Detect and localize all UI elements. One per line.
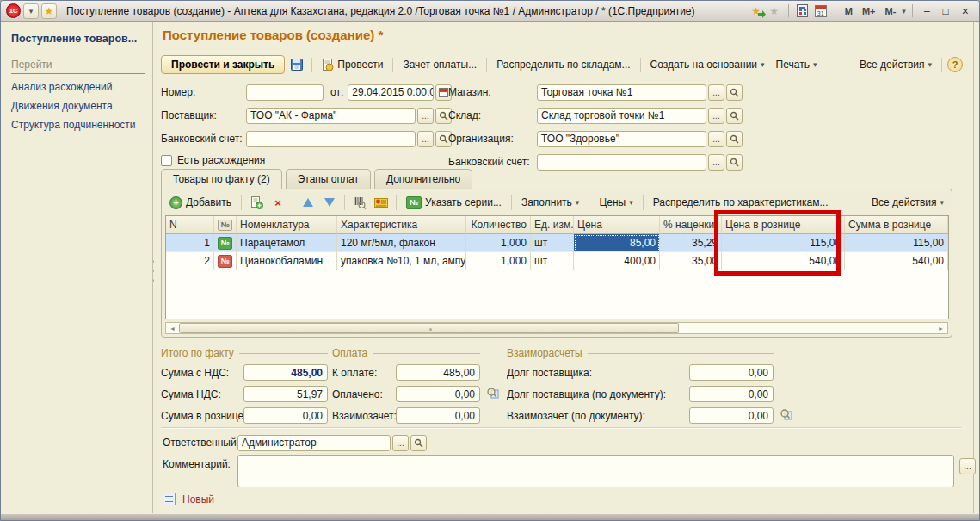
cell-price-selected[interactable]: 85,00: [574, 234, 660, 252]
offset-value[interactable]: 0,00: [396, 407, 480, 424]
tab-additional[interactable]: Дополнительно: [374, 169, 472, 189]
table-row[interactable]: 1 № Парацетамол 120 мг/5мл, флакон 1,000…: [166, 234, 948, 252]
header-quantity[interactable]: Количество: [466, 216, 531, 234]
header-unit[interactable]: Ед. изм.: [531, 216, 574, 234]
warehouse-select-button[interactable]: ...: [708, 108, 724, 124]
number-input[interactable]: [246, 84, 324, 101]
offset-doc-value[interactable]: 0,00: [689, 407, 774, 424]
prices-button[interactable]: Цены ▾: [595, 194, 637, 211]
cell-retail-sum[interactable]: 115,00: [845, 234, 948, 252]
maximize-button[interactable]: □: [938, 5, 954, 17]
delete-row-button[interactable]: ×: [268, 194, 287, 211]
distribute-characteristics-button[interactable]: Распределить по характеристикам...: [649, 194, 833, 211]
header-n[interactable]: N: [166, 216, 214, 234]
move-down-button[interactable]: [320, 194, 339, 211]
header-nomenclature[interactable]: Номенклатура: [237, 216, 337, 234]
retail-sum-value[interactable]: 0,00: [243, 407, 328, 424]
all-actions-button[interactable]: Все действия ▾: [855, 56, 936, 73]
cell-retail-price[interactable]: 540,00: [722, 252, 845, 270]
create-based-on-button[interactable]: Создать на основании ▾: [646, 56, 769, 73]
cell-markup[interactable]: 35,00: [660, 252, 722, 270]
bank-account2-input[interactable]: [537, 154, 706, 171]
memory-minus-button[interactable]: M-: [882, 6, 900, 16]
move-up-button[interactable]: [299, 194, 317, 211]
distribute-warehouses-button[interactable]: Распределить по складам...: [492, 56, 634, 73]
sidebar-link-document-movements[interactable]: Движения документа: [11, 100, 145, 112]
cell-quantity[interactable]: 1,000: [466, 234, 531, 252]
header-markup[interactable]: % наценки: [660, 216, 722, 234]
cell-markup[interactable]: 35,29: [660, 234, 722, 252]
bank-account-select-button[interactable]: ...: [417, 131, 434, 147]
responsible-input[interactable]: Администратор: [237, 435, 391, 451]
scroll-right-icon[interactable]: ►: [934, 323, 947, 333]
store-input[interactable]: Торговая точка №1: [537, 84, 706, 101]
add-to-favorites-button[interactable]: ★: [749, 3, 764, 19]
paid-value[interactable]: 0,00: [396, 386, 480, 402]
barcode-scan-button[interactable]: [350, 194, 369, 211]
comment-expand-button[interactable]: ...: [959, 458, 976, 474]
bank-account-input[interactable]: [246, 131, 416, 147]
warehouse-search-button[interactable]: [726, 108, 743, 124]
organization-input[interactable]: ТОО "Здоровье": [537, 131, 706, 147]
titlebar-more-button[interactable]: ▾: [902, 7, 906, 16]
table-row[interactable]: 2 № Цианокобаламин упаковка №10, 1 мл, а…: [166, 252, 948, 270]
add-row-button[interactable]: + Добавить: [165, 194, 236, 212]
cell-n[interactable]: 1: [166, 234, 214, 252]
bank-account2-search-button[interactable]: [726, 154, 743, 171]
cell-nomenclature[interactable]: Цианокобаламин: [237, 252, 337, 270]
table-all-actions-button[interactable]: Все действия ▾: [867, 194, 948, 211]
supplier-debt-value[interactable]: 0,00: [689, 364, 774, 381]
table-hscrollbar[interactable]: ◄ ►: [165, 322, 948, 334]
calendar-button[interactable]: 31: [813, 3, 829, 19]
cell-series-mark[interactable]: №: [214, 234, 237, 252]
organization-search-button[interactable]: [726, 131, 743, 147]
offset-doc-details-button[interactable]: [780, 408, 792, 420]
cell-nomenclature[interactable]: Парацетамол: [237, 234, 337, 252]
favorites-button[interactable]: ★: [41, 3, 57, 19]
to-pay-value[interactable]: 485,00: [396, 364, 480, 381]
responsible-search-button[interactable]: [410, 435, 427, 451]
favorites-list-button[interactable]: ★: [767, 3, 782, 19]
sum-vat-value[interactable]: 485,00: [243, 364, 328, 381]
system-menu-button[interactable]: ▾: [23, 3, 39, 19]
warehouse-input[interactable]: Склад торговой точки №1: [537, 108, 706, 124]
supplier-select-button[interactable]: ...: [417, 108, 434, 124]
comment-input[interactable]: [237, 455, 954, 487]
payment-offset-button[interactable]: Зачет оплаты...: [398, 56, 481, 73]
cell-characteristic[interactable]: упаковка №10, 1 мл, ампу...: [337, 252, 466, 270]
supplier-debt-doc-value[interactable]: 0,00: [689, 386, 774, 402]
cell-unit[interactable]: шт: [531, 234, 574, 252]
save-button[interactable]: [287, 56, 306, 73]
specify-series-button[interactable]: № Указать серии...: [402, 194, 506, 212]
price-check-button[interactable]: [372, 194, 391, 211]
supplier-input[interactable]: ТОО "АК - Фарма": [246, 108, 416, 124]
store-select-button[interactable]: ...: [708, 84, 724, 101]
cell-retail-price[interactable]: 115,00: [722, 234, 845, 252]
cell-series-mark[interactable]: №: [214, 252, 237, 270]
date-input[interactable]: 29.04.2015 0:00:00: [348, 84, 434, 101]
help-button[interactable]: ?: [947, 57, 963, 72]
cell-retail-sum[interactable]: 540,00: [845, 252, 948, 270]
cell-n[interactable]: 2: [166, 252, 214, 270]
organization-select-button[interactable]: ...: [708, 131, 724, 147]
tab-payment-stages[interactable]: Этапы оплат: [286, 169, 371, 189]
cell-quantity[interactable]: 1,000: [466, 252, 531, 270]
cell-characteristic[interactable]: 120 мг/5мл, флакон: [337, 234, 466, 252]
memory-button[interactable]: M: [841, 6, 856, 16]
close-button[interactable]: ×: [957, 4, 974, 18]
sidebar-link-subordination-structure[interactable]: Структура подчиненности: [11, 119, 145, 131]
paid-details-button[interactable]: [486, 387, 499, 399]
discrepancies-checkbox[interactable]: [161, 155, 172, 166]
responsible-select-button[interactable]: ...: [392, 435, 409, 451]
store-search-button[interactable]: [726, 84, 743, 101]
cell-unit[interactable]: шт: [531, 252, 574, 270]
copy-row-button[interactable]: [247, 194, 266, 211]
fill-button[interactable]: Заполнить ▾: [517, 194, 583, 211]
memory-plus-button[interactable]: M+: [859, 6, 879, 16]
print-button[interactable]: Печать ▾: [772, 56, 822, 73]
header-retail-sum[interactable]: Сумма в рознице: [845, 216, 948, 234]
header-series-mark[interactable]: №: [214, 216, 237, 234]
calculator-button[interactable]: [795, 3, 811, 19]
sidebar-link-discrepancy-analysis[interactable]: Анализ расхождений: [11, 81, 145, 93]
header-price[interactable]: Цена: [574, 216, 660, 234]
